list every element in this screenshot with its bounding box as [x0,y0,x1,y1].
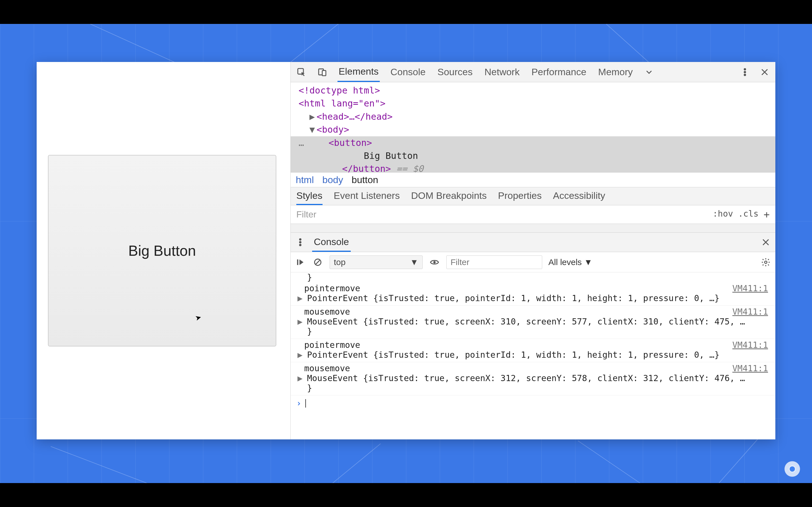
browser-devtools-window: Big Button ➤ Elements Console Sources [37,62,775,439]
console-prompt[interactable]: › [291,395,775,411]
tab-performance[interactable]: Performance [530,62,588,81]
log-object: MouseEvent {isTrusted: true, screenX: 31… [307,373,745,383]
dom-doctype: <!doctype html> [299,85,380,96]
inspect-icon[interactable] [296,66,307,78]
elements-breadcrumb: html body button [291,172,775,187]
log-event-name: mousemove [304,363,350,373]
dom-button-open: <button> [328,137,372,148]
log-entry[interactable]: pointermove VM411:1 ▶PointerEvent {isTru… [291,282,775,305]
log-levels-select[interactable]: All levels ▼ [548,258,592,267]
chip-hov[interactable]: :hov [713,209,733,220]
console-drawer-header: Console [291,232,775,252]
svg-point-12 [744,74,746,75]
log-source-link[interactable]: VM411:1 [732,363,768,373]
tab-network[interactable]: Network [483,62,521,81]
log-brace: } [291,272,775,282]
log-entry[interactable]: pointermove VM411:1 ▶PointerEvent {isTru… [291,339,775,362]
svg-point-10 [744,68,746,70]
crumb-body[interactable]: body [322,174,343,185]
log-event-name: pointermove [304,283,360,293]
console-toolbar: top ▼ All levels ▼ [291,252,775,272]
disclosure-triangle-icon[interactable]: ▶ [297,293,303,303]
svg-line-6 [719,435,761,483]
clear-console-icon[interactable] [312,257,323,268]
dom-button-close: </button> [342,163,391,172]
big-button[interactable]: Big Button ➤ [48,155,276,346]
subtab-dom-breakpoints[interactable]: DOM Breakpoints [411,190,487,205]
page-preview: Big Button ➤ [37,62,290,439]
log-levels-label: All levels [548,258,581,267]
log-brace: } [304,327,770,336]
live-expression-icon[interactable] [429,257,440,268]
log-object: PointerEvent {isTrusted: true, pointerId… [307,350,719,360]
log-event-name: mousemove [304,307,350,317]
dom-head: <head>…</head> [317,111,393,122]
disclosure-triangle-icon[interactable]: ▶ [297,317,303,327]
console-log[interactable]: } pointermove VM411:1 ▶PointerEvent {isT… [291,272,775,439]
subtab-styles[interactable]: Styles [296,190,322,205]
tab-elements[interactable]: Elements [338,62,380,82]
log-object: PointerEvent {isTrusted: true, pointerId… [307,293,719,303]
device-toggle-icon[interactable] [317,66,328,78]
console-settings-icon[interactable] [760,257,771,268]
context-value: top [334,258,346,267]
svg-line-4 [333,444,380,483]
log-event-name: pointermove [304,340,360,350]
disclosure-triangle-icon[interactable]: ▶ [297,373,303,383]
svg-rect-9 [322,70,326,75]
dom-html-open: <html lang="en"> [299,98,386,109]
subtab-properties[interactable]: Properties [498,190,542,205]
log-entry[interactable]: mousemove VM411:1 ▶MouseEvent {isTrusted… [291,362,775,395]
dom-button-text: Big Button [364,151,418,161]
stage: Big Button ➤ Elements Console Sources [0,0,812,507]
disclosure-triangle-icon[interactable]: ▼ [310,124,317,135]
crumb-button[interactable]: button [352,174,378,185]
devtools-tabstrip: Elements Console Sources Network Perform… [291,62,775,82]
chevron-down-icon: ▼ [584,258,592,267]
styles-subtabs: Styles Event Listeners DOM Breakpoints P… [291,187,775,205]
console-filter-input[interactable] [446,256,542,269]
svg-line-5 [578,441,640,483]
svg-point-18 [434,261,436,263]
styles-filter-row: :hov .cls + [291,205,775,224]
drawer-menu-icon[interactable] [295,237,306,248]
crumb-html[interactable]: html [296,174,314,185]
drawer-tab-console[interactable]: Console [312,233,351,252]
log-object: MouseEvent {isTrusted: true, screenX: 31… [307,317,745,327]
log-brace: } [304,383,770,393]
svg-point-13 [299,239,301,240]
log-source-link[interactable]: VM411:1 [732,283,768,293]
tab-sources[interactable]: Sources [436,62,474,81]
log-entry[interactable]: mousemove VM411:1 ▶MouseEvent {isTrusted… [291,305,775,339]
styles-filter-input[interactable] [291,205,707,224]
devtools-panel: Elements Console Sources Network Perform… [290,62,775,439]
tab-console[interactable]: Console [389,62,427,81]
subtab-accessibility[interactable]: Accessibility [553,190,605,205]
subtab-event-listeners[interactable]: Event Listeners [334,190,400,205]
log-source-link[interactable]: VM411:1 [732,340,768,350]
console-step-icon[interactable] [295,257,306,268]
tabs-overflow-icon[interactable] [644,66,655,78]
drawer-close-icon[interactable] [760,237,771,248]
styles-chips: :hov .cls + [707,209,775,220]
disclosure-triangle-icon[interactable]: ▶ [297,350,303,360]
disclosure-triangle-icon[interactable]: ▶ [310,111,317,122]
prompt-chevron-icon: › [296,398,301,408]
execution-context-select[interactable]: top ▼ [329,256,423,269]
add-style-rule-icon[interactable]: + [763,209,770,220]
tab-memory[interactable]: Memory [597,62,634,81]
kebab-menu-icon[interactable] [739,66,751,78]
svg-point-11 [744,71,746,73]
mouse-cursor-icon: ➤ [194,313,202,323]
big-button-label: Big Button [128,242,196,259]
chevron-down-icon: ▼ [410,258,418,267]
dom-body-open: <body> [317,124,349,135]
svg-point-14 [299,241,301,243]
svg-rect-16 [297,260,298,265]
close-devtools-icon[interactable] [759,66,770,78]
dom-selected-row[interactable]: … <button> [291,136,775,149]
chip-cls[interactable]: .cls [738,209,758,220]
elements-dom-tree[interactable]: <!doctype html> <html lang="en"> ▶<head>… [291,82,775,172]
chrome-logo-icon [784,460,801,477]
log-source-link[interactable]: VM411:1 [732,307,768,317]
